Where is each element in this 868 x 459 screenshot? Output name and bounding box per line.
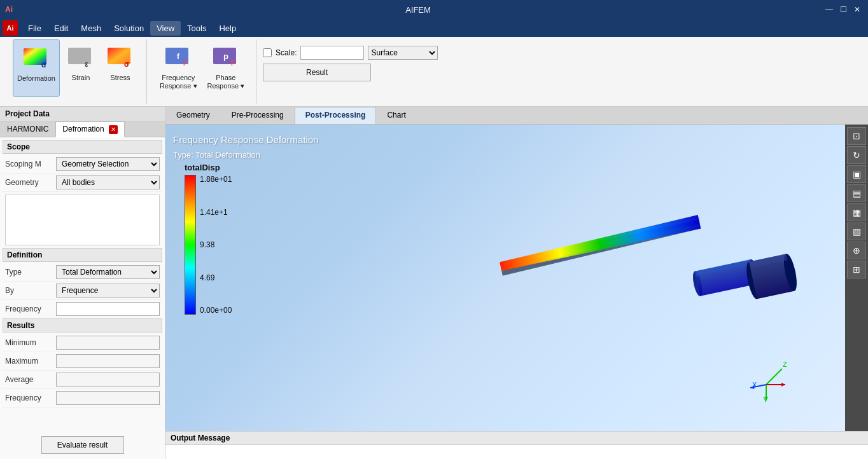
frequency-response-label: FrequencyResponse ▾ xyxy=(160,74,197,90)
coordinate-axes: Z Y X xyxy=(741,353,792,406)
scale-input[interactable] xyxy=(300,46,364,60)
svg-text:F: F xyxy=(231,60,235,67)
menu-mesh[interactable]: Mesh xyxy=(74,21,108,36)
scale-result-controls: Scale: Surface Wireframe Edge Result xyxy=(258,43,443,84)
menu-file[interactable]: File xyxy=(22,21,48,36)
layer2-button[interactable]: ▤ xyxy=(847,184,866,202)
properties-panel: Scope Scoping M Geometry Selection All B… xyxy=(0,137,165,431)
layer3-button[interactable]: ▦ xyxy=(847,203,866,221)
by-row: By Frequence Time xyxy=(3,282,162,300)
close-tab-button[interactable]: ✕ xyxy=(109,125,118,134)
content-tabs: Geometry Pre-Processing Post-Processing … xyxy=(165,107,868,125)
tab-post-processing[interactable]: Post-Processing xyxy=(295,107,377,124)
ribbon-btn-stress[interactable]: σ Stress xyxy=(102,39,139,97)
ruler-button[interactable]: ⊞ xyxy=(847,261,866,278)
legend-bar-container: 1.88e+01 1.41e+1 9.38 4.69 0.00e+00 xyxy=(185,175,232,315)
geometry-row: Geometry All bodies xyxy=(3,174,162,192)
viewport-info: Frequency Response Deformation Type: Tot… xyxy=(173,132,318,162)
frequency-result-row: Frequency xyxy=(3,389,162,408)
menu-edit[interactable]: Edit xyxy=(48,21,74,36)
scoping-m-select[interactable]: Geometry Selection All Bodies xyxy=(56,157,160,171)
3d-object xyxy=(485,214,803,356)
legend-labels: 1.88e+01 1.41e+1 9.38 4.69 0.00e+00 xyxy=(200,175,232,315)
surface-select[interactable]: Surface Wireframe Edge xyxy=(368,46,438,60)
minimum-input: 0 xyxy=(56,336,160,350)
type-row: Type Total Deformation Directional Defor… xyxy=(3,263,162,282)
geometry-label: Geometry xyxy=(5,178,56,187)
frequency-result-label: Frequency xyxy=(5,394,56,402)
svg-marker-27 xyxy=(781,383,785,387)
ribbon-group-response: f F FrequencyResponse ▾ p F PhaseRespons… xyxy=(148,39,256,104)
strain-icon: ε xyxy=(66,42,95,71)
geometry-preview xyxy=(5,195,160,245)
3d-object-svg xyxy=(485,214,803,354)
ribbon-btn-deformation[interactable]: d Deformation xyxy=(13,39,60,97)
legend-val-3: 4.69 xyxy=(200,273,232,282)
tab-defromation[interactable]: Defromation ✕ xyxy=(55,121,125,137)
ribbon-group-results: d Deformation ε Strain xyxy=(5,39,147,104)
tab-harmonic[interactable]: HARMONIC xyxy=(0,121,55,137)
by-select[interactable]: Frequence Time xyxy=(56,284,160,298)
by-label: By xyxy=(5,286,56,295)
ribbon-btn-phase-response[interactable]: p F PhaseResponse ▾ xyxy=(204,39,249,97)
average-row: Average xyxy=(3,371,162,389)
tab-pre-processing[interactable]: Pre-Processing xyxy=(221,107,295,124)
tab-geometry[interactable]: Geometry xyxy=(165,107,221,124)
scoping-m-label: Scoping M xyxy=(5,160,56,168)
viewport-line1: Frequency Response Deformation xyxy=(173,132,318,147)
maximum-input: 18.7548 xyxy=(56,354,160,368)
menu-view[interactable]: View xyxy=(150,21,181,36)
fit-view-button[interactable]: ⊡ xyxy=(847,127,866,145)
scale-checkbox[interactable] xyxy=(263,48,272,57)
deformation-icon: d xyxy=(22,43,51,72)
ribbon-btn-strain[interactable]: ε Strain xyxy=(62,39,99,97)
maximum-label: Maximum xyxy=(5,357,56,366)
frequency-def-row: Frequency 1 xyxy=(3,300,162,319)
close-button[interactable]: ✕ xyxy=(851,4,863,15)
average-label: Average xyxy=(5,375,56,384)
legend-bar xyxy=(185,175,196,315)
menu-solution[interactable]: Solution xyxy=(108,21,150,36)
menubar: Ai File Edit Mesh Solution View Tools He… xyxy=(0,19,868,37)
tab-bar: HARMONIC Defromation ✕ xyxy=(0,121,165,137)
svg-text:ε: ε xyxy=(85,60,88,69)
menu-help[interactable]: Help xyxy=(213,21,242,36)
layer1-button[interactable]: ▣ xyxy=(847,165,866,183)
layer4-button[interactable]: ▧ xyxy=(847,223,866,240)
result-button[interactable]: Result xyxy=(263,64,371,81)
svg-text:p: p xyxy=(223,51,228,61)
scope-section: Scope xyxy=(3,140,162,154)
svg-text:Z: Z xyxy=(783,360,787,368)
output-message-area: Output Message xyxy=(165,431,868,459)
svg-text:f: f xyxy=(177,51,180,61)
evaluate-result-button[interactable]: Evaluate result xyxy=(41,436,124,454)
minimize-button[interactable]: — xyxy=(823,4,835,15)
frequency-input[interactable]: 1 xyxy=(56,302,160,316)
phase-response-label: PhaseResponse ▾ xyxy=(207,74,245,90)
phase-response-icon: p F xyxy=(211,42,241,71)
tab-chart[interactable]: Chart xyxy=(376,107,416,124)
axes-svg: Z Y X xyxy=(741,353,792,404)
frequency-def-label: Frequency xyxy=(5,305,56,313)
legend-val-2: 9.38 xyxy=(200,240,232,249)
app-icon: Ai xyxy=(5,5,13,14)
results-section: Results xyxy=(3,319,162,332)
scoping-m-row: Scoping M Geometry Selection All Bodies xyxy=(3,155,162,174)
ribbon-btn-frequency-response[interactable]: f F FrequencyResponse ▾ xyxy=(156,39,201,97)
geometry-select[interactable]: All bodies xyxy=(56,175,160,189)
rotate-button[interactable]: ↻ xyxy=(847,146,866,164)
stress-label: Stress xyxy=(110,74,130,82)
frequency-response-icon: f F xyxy=(164,42,193,71)
strain-label: Strain xyxy=(72,74,90,82)
menu-tools[interactable]: Tools xyxy=(181,21,213,36)
legend-val-0: 1.88e+01 xyxy=(200,175,232,184)
svg-text:Y: Y xyxy=(763,396,768,404)
zoom-button[interactable]: ⊕ xyxy=(847,242,866,259)
project-data-header: Project Data xyxy=(0,107,165,121)
type-select[interactable]: Total Deformation Directional Deformatio… xyxy=(56,265,160,279)
minimum-label: Minimum xyxy=(5,338,56,347)
app-title: AIFEM xyxy=(13,5,823,15)
maximize-button[interactable]: ☐ xyxy=(837,4,849,15)
right-toolbar: ⊡ ↻ ▣ ▤ ▦ ▧ ⊕ ⊞ xyxy=(845,125,868,431)
minimum-row: Minimum 0 xyxy=(3,334,162,352)
